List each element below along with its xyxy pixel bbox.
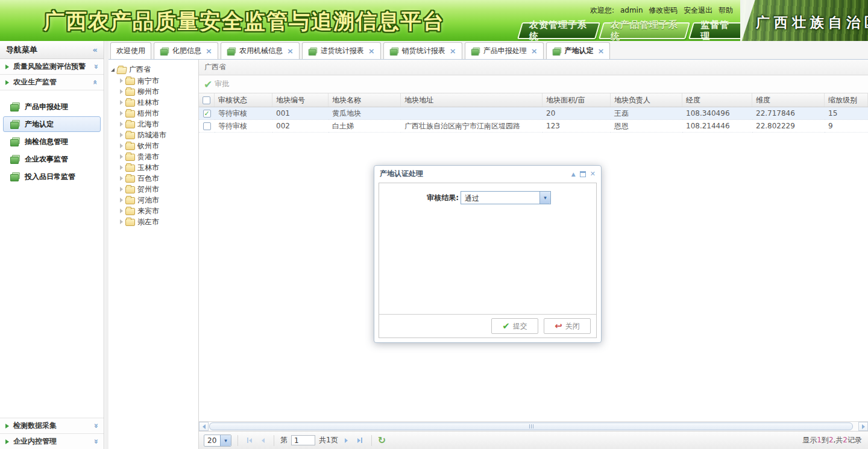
close-icon[interactable]: × [287, 46, 294, 55]
sidebar-collapse-icon[interactable]: « [93, 45, 98, 54]
close-icon[interactable]: × [598, 46, 605, 55]
subsystem-tab-agri-materials[interactable]: 农资管理子系统 [517, 22, 600, 39]
chevron-down-icon[interactable]: « [90, 423, 99, 428]
tab-purchase-report[interactable]: 进货统计报表 × [302, 42, 381, 59]
close-icon[interactable]: ✕ [590, 170, 596, 178]
folder-icon [125, 208, 135, 215]
username: admin [620, 6, 643, 14]
column-header[interactable]: 维度 [752, 93, 825, 107]
tree-node-city[interactable]: 梧州市 [111, 108, 198, 119]
scroll-left-button[interactable] [199, 422, 209, 431]
sidebar-item-input-supervision[interactable]: 投入品日常监管 [3, 169, 101, 184]
tree-node-city[interactable]: 河池市 [111, 195, 198, 206]
row-checkbox[interactable] [203, 122, 211, 130]
sidebar-section-test-data[interactable]: 检测数据采集 « [0, 418, 104, 433]
tree-node-city[interactable]: 柳州市 [111, 86, 198, 97]
close-icon[interactable]: × [206, 46, 212, 55]
tree-node-city[interactable]: 贵港市 [111, 151, 198, 162]
collapsed-arrow-icon[interactable] [120, 154, 123, 159]
tree-node-city[interactable]: 来宾市 [111, 206, 198, 216]
collapsed-arrow-icon[interactable] [120, 143, 123, 148]
sidebar-section-internal-control[interactable]: 企业内控管理 « [0, 433, 104, 449]
collapsed-arrow-icon[interactable] [120, 209, 123, 213]
change-password-link[interactable]: 修改密码 [649, 6, 678, 14]
close-icon[interactable]: × [368, 46, 375, 55]
scrollbar-thumb[interactable] [209, 422, 853, 430]
tree-node-city[interactable]: 百色市 [111, 173, 198, 184]
column-header[interactable]: 地块名称 [329, 93, 401, 107]
collapsed-arrow-icon[interactable] [120, 89, 123, 94]
collapse-icon[interactable]: ▲ [571, 171, 576, 177]
column-header[interactable]: 缩放级别 [825, 93, 868, 107]
tab-sales-report[interactable]: 销货统计报表 × [383, 42, 462, 59]
prev-page-button[interactable] [259, 438, 268, 443]
page-number-input[interactable] [291, 435, 315, 445]
collapsed-arrow-icon[interactable] [120, 100, 123, 105]
approve-button[interactable]: ✔ 审批 [204, 78, 229, 90]
app-root: 广西农产品质量安全监管与追溯信息平台 欢迎您: admin 修改密码 安全退出 … [0, 0, 868, 449]
expanded-arrow-icon[interactable] [111, 68, 115, 72]
page-size-select[interactable]: 20 ▾ [204, 435, 231, 447]
collapsed-arrow-icon[interactable] [120, 133, 123, 137]
close-button[interactable]: ↩ 关闭 [544, 318, 591, 334]
help-link[interactable]: 帮助 [719, 6, 733, 14]
tree-node-city[interactable]: 桂林市 [111, 97, 198, 108]
tab-origin-certification[interactable]: 产地认定 × [546, 42, 611, 59]
welcome-prefix: 欢迎您: [590, 6, 614, 14]
collapsed-arrow-icon[interactable] [120, 122, 123, 127]
tree-root-guangxi[interactable]: 广西省 [111, 64, 198, 75]
tree-node-city[interactable]: 南宁市 [111, 75, 198, 86]
table-row[interactable]: 等待审核 002 白土娣 广西壮族自治区南宁市江南区堤园路 123 恩恩 108… [199, 120, 868, 133]
check-icon: ✔ [204, 78, 212, 90]
close-icon[interactable]: × [450, 46, 456, 55]
tab-product-declaration[interactable]: 产品申报处理 × [465, 42, 544, 59]
first-page-button[interactable] [244, 438, 255, 443]
tree-node-city[interactable]: 玉林市 [111, 162, 198, 173]
subsystem-tab-agri-products[interactable]: 农产品管理子系统 [599, 22, 690, 39]
next-page-button[interactable] [342, 438, 351, 443]
sidebar-item-sampling-info[interactable]: 抽检信息管理 [3, 134, 101, 149]
collapsed-arrow-icon[interactable] [120, 165, 123, 170]
column-header[interactable]: 地块面积/亩 [542, 93, 611, 107]
collapsed-arrow-icon[interactable] [120, 198, 123, 203]
logout-link[interactable]: 安全退出 [684, 6, 712, 14]
sidebar-item-product-declaration[interactable]: 产品申报处理 [3, 99, 101, 115]
column-header[interactable]: 审核状态 [215, 93, 272, 107]
subsystem-tab-supervision[interactable]: 监督管理 [688, 22, 746, 39]
tab-welcome[interactable]: 欢迎使用 [110, 42, 151, 59]
sidebar-item-enterprise-farming[interactable]: 企业农事监管 [3, 151, 101, 167]
collapsed-arrow-icon[interactable] [120, 176, 123, 181]
sidebar-item-origin-certification[interactable]: 产地认定 [3, 116, 101, 132]
review-result-select[interactable]: 通过 ▾ [461, 191, 551, 204]
column-header[interactable]: 地块负责人 [611, 93, 682, 107]
last-page-button[interactable] [354, 438, 365, 443]
chevron-up-icon[interactable]: « [90, 80, 99, 84]
refresh-icon[interactable]: ↻ [378, 435, 386, 446]
column-header[interactable]: 地块编号 [272, 93, 329, 107]
maximize-icon[interactable] [580, 171, 586, 177]
column-header[interactable]: 经度 [682, 93, 752, 107]
collapsed-arrow-icon[interactable] [120, 219, 123, 224]
select-all-checkbox[interactable] [203, 96, 210, 104]
chevron-down-icon[interactable]: « [90, 64, 99, 69]
row-checkbox-checked[interactable]: ✓ [203, 110, 211, 118]
collapsed-arrow-icon[interactable] [120, 78, 123, 83]
collapsed-arrow-icon[interactable] [120, 111, 123, 116]
scroll-right-button[interactable] [858, 422, 868, 431]
tree-node-city[interactable]: 崇左市 [111, 216, 198, 227]
tree-node-city[interactable]: 贺州市 [111, 184, 198, 195]
submit-button[interactable]: ✔ 提交 [491, 318, 538, 334]
tree-node-city[interactable]: 防城港市 [111, 130, 198, 140]
close-icon[interactable]: × [531, 46, 538, 55]
sidebar-section-production-supervision[interactable]: 农业生产监管 « [0, 75, 104, 90]
tab-machinery-info[interactable]: 农用机械信息 × [221, 42, 300, 59]
column-header[interactable]: 地块地址 [401, 93, 542, 107]
table-row[interactable]: ✓ 等待审核 001 黄瓜地块 20 王磊 108.340496 22.7178… [199, 107, 868, 120]
tab-fertilizer-info[interactable]: 化肥信息 × [154, 42, 218, 59]
collapsed-arrow-icon[interactable] [120, 187, 123, 192]
chevron-down-icon[interactable]: « [90, 439, 99, 444]
tree-node-city[interactable]: 钦州市 [111, 140, 198, 151]
dialog-header[interactable]: 产地认证处理 ▲ ✕ [374, 166, 601, 182]
sidebar-section-risk-monitoring[interactable]: 质量风险监测评估预警 « [0, 59, 104, 75]
tree-node-city[interactable]: 北海市 [111, 119, 198, 130]
